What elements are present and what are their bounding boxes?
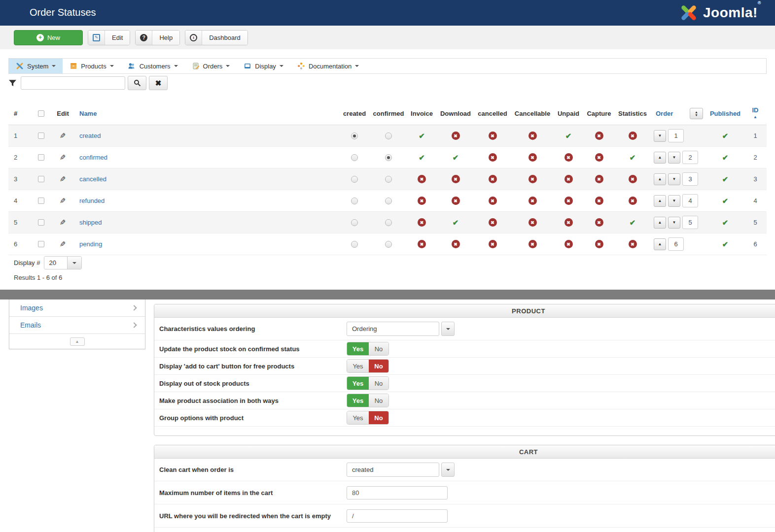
order-value-input[interactable]: 3	[682, 172, 698, 186]
select-all-checkbox[interactable]	[38, 110, 44, 117]
sidebar-item-emails[interactable]: Emails	[9, 317, 145, 334]
select-caret-button[interactable]	[441, 463, 455, 477]
dashboard-button[interactable]: i Dashboard	[185, 30, 248, 45]
status-name-link[interactable]: refunded	[79, 197, 105, 204]
order-sort-link[interactable]: Order	[656, 110, 673, 117]
row-checkbox[interactable]	[38, 198, 44, 204]
edit-pencil-icon[interactable]: ✎	[60, 218, 66, 227]
table-row: 5✎shipped✖✔✖✖✖✖✔▲▼5✔5	[8, 212, 767, 233]
confirmed-radio[interactable]	[385, 176, 392, 183]
status-name-link[interactable]: shipped	[79, 219, 102, 226]
order-down-button[interactable]: ▼	[668, 217, 680, 229]
no-button[interactable]: No	[369, 411, 388, 424]
status-name-link[interactable]: pending	[79, 240, 102, 248]
order-up-button[interactable]: ▲	[654, 238, 666, 250]
created-radio[interactable]	[351, 198, 358, 204]
help-button[interactable]: ? Help	[135, 30, 180, 45]
edit-button[interactable]: ✎ Edit	[88, 30, 130, 45]
order-value-input[interactable]: 1	[668, 129, 684, 142]
name-sort-link[interactable]: Name	[79, 110, 97, 117]
menu-item-label: Orders	[203, 63, 223, 70]
yes-button[interactable]: Yes	[347, 342, 369, 355]
display-count-select[interactable]: 20	[44, 256, 82, 269]
order-value-input[interactable]: 4	[682, 194, 698, 207]
yes-button[interactable]: Yes	[347, 360, 369, 372]
edit-pencil-icon[interactable]: ✎	[60, 175, 66, 184]
order-sort-button[interactable]: ▴▾	[690, 108, 703, 119]
setting-select[interactable]: Ordering	[347, 322, 439, 336]
menu-item-products[interactable]: Products	[63, 59, 120, 73]
edit-pencil-icon[interactable]: ✎	[60, 132, 66, 140]
edit-pencil-icon[interactable]: ✎	[60, 240, 66, 249]
menu-item-orders[interactable]: Orders	[185, 59, 237, 73]
no-button[interactable]: No	[369, 377, 388, 390]
created-radio[interactable]	[351, 241, 358, 248]
setting-input[interactable]: 80	[347, 486, 448, 499]
setting-label: Characteristics values ordering	[159, 325, 347, 332]
order-value-input[interactable]: 6	[668, 237, 684, 251]
order-down-button[interactable]: ▼	[668, 152, 680, 164]
order-up-button[interactable]: ▲	[654, 195, 666, 207]
order-value-input[interactable]: 2	[682, 151, 698, 164]
no-button[interactable]: No	[369, 342, 388, 355]
setting-select[interactable]: created	[347, 463, 439, 477]
order-down-button[interactable]: ▼	[668, 195, 680, 207]
row-checkbox[interactable]	[38, 154, 44, 161]
order-up-button[interactable]: ▲	[654, 152, 666, 164]
published-sort-link[interactable]: Published	[710, 110, 740, 117]
confirmed-radio[interactable]	[385, 133, 392, 139]
new-button[interactable]: + New	[14, 30, 83, 45]
edit-pencil-icon[interactable]: ✎	[60, 197, 66, 205]
yes-button[interactable]: Yes	[347, 394, 369, 407]
orders-icon	[192, 62, 200, 70]
no-button[interactable]: No	[369, 360, 388, 372]
setting-row: Make product association in both waysYes…	[154, 392, 775, 409]
edit-pencil-icon[interactable]: ✎	[60, 153, 66, 162]
collapse-up-button[interactable]: ▲	[70, 337, 85, 346]
row-checkbox[interactable]	[38, 241, 44, 247]
setting-input[interactable]: /	[347, 509, 448, 523]
cancelled-cross-icon: ✖	[489, 153, 497, 162]
select-caret-button[interactable]	[441, 322, 455, 336]
order-down-button[interactable]: ▼	[668, 173, 680, 185]
id-sort-link[interactable]: ID	[752, 107, 759, 114]
plus-icon: +	[36, 34, 44, 41]
download-cross-icon: ✖	[452, 240, 460, 248]
confirmed-radio[interactable]	[385, 154, 392, 161]
menu-item-display[interactable]: Display	[237, 59, 290, 73]
download-cross-icon: ✖	[452, 197, 460, 205]
no-button[interactable]: No	[369, 394, 388, 407]
setting-label: Display 'add to cart' button for free pr…	[159, 363, 347, 370]
status-name-link[interactable]: confirmed	[79, 154, 107, 161]
panel-cart: CARTClean cart when order iscreatedMaxim…	[154, 445, 775, 532]
status-name-link[interactable]: created	[79, 132, 101, 139]
status-name-link[interactable]: cancelled	[79, 175, 106, 183]
confirmed-radio[interactable]	[385, 198, 392, 204]
cancelled-cross-icon: ✖	[489, 175, 497, 183]
order-value-input[interactable]: 5	[682, 216, 698, 229]
search-button[interactable]	[128, 76, 146, 90]
menu-item-system[interactable]: System	[9, 59, 63, 73]
row-checkbox[interactable]	[38, 176, 44, 182]
row-checkbox[interactable]	[38, 219, 44, 226]
yes-button[interactable]: Yes	[347, 377, 369, 390]
confirmed-radio[interactable]	[385, 219, 392, 226]
created-radio[interactable]	[351, 154, 358, 161]
clear-filter-button[interactable]: ✖	[149, 76, 168, 90]
created-radio[interactable]	[351, 176, 358, 183]
order-up-button[interactable]: ▲	[654, 217, 666, 229]
published-check-icon: ✔	[722, 218, 729, 227]
menu-item-documentation[interactable]: Documentation	[290, 59, 366, 73]
created-radio[interactable]	[351, 219, 358, 226]
search-input[interactable]	[21, 76, 125, 90]
yes-button[interactable]: Yes	[347, 411, 369, 424]
sidebar-item-images[interactable]: Images	[9, 299, 145, 317]
order-down-button[interactable]: ▼	[654, 130, 666, 142]
confirmed-radio[interactable]	[385, 241, 392, 248]
created-radio[interactable]	[351, 133, 358, 139]
row-checkbox[interactable]	[38, 133, 44, 139]
unpaid-cross-icon: ✖	[564, 175, 573, 183]
menu-item-customers[interactable]: Customers	[121, 59, 185, 73]
table-row: 6✎pending✖✖✖✖✖✖✖▲6✔6	[8, 233, 767, 255]
order-up-button[interactable]: ▲	[654, 173, 666, 185]
